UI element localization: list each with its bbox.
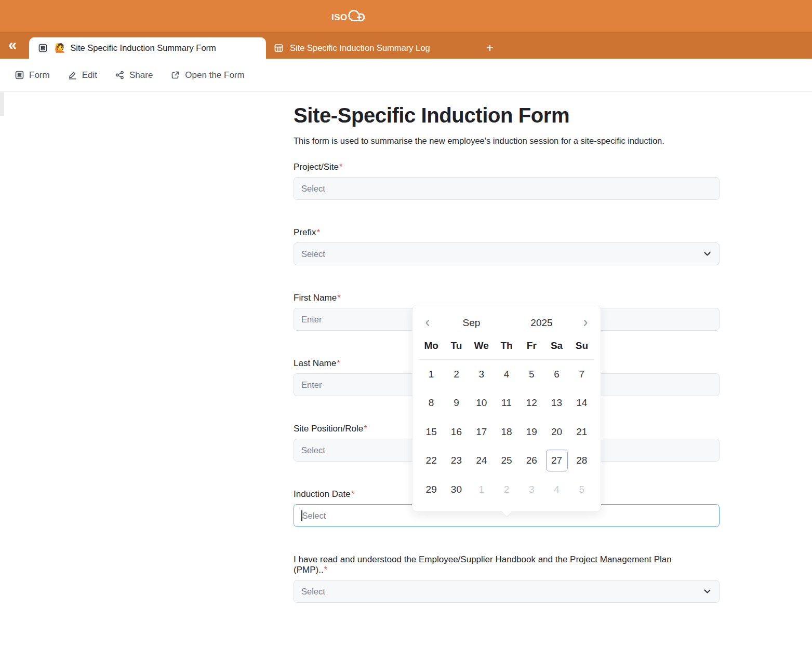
form-icon (15, 70, 24, 80)
tab-label: Site Specific Induction Summary Log (290, 43, 430, 53)
calendar-day[interactable]: 8 (419, 389, 444, 418)
page-title: Site-Specific Induction Form (294, 104, 720, 127)
calendar-month[interactable]: Sep (436, 317, 507, 329)
app-header: ISO (0, 0, 812, 32)
calendar-day[interactable]: 2 (494, 475, 519, 504)
calendar-day[interactable]: 21 (569, 417, 594, 447)
calendar-day[interactable]: 19 (519, 417, 544, 447)
calendar-day[interactable]: 4 (544, 475, 569, 504)
share-icon (115, 70, 125, 80)
form-view-button[interactable]: Form (15, 70, 50, 80)
field-prefix: Prefix*Select (294, 227, 720, 265)
chevron-down-icon (703, 587, 712, 596)
weekday-label: Tu (444, 339, 469, 353)
chevron-left-icon (423, 318, 432, 328)
field-label: Prefix* (294, 227, 678, 238)
calendar-day[interactable]: 6 (544, 360, 569, 389)
required-asterisk: * (337, 358, 340, 368)
weekday-label: Su (569, 339, 594, 353)
next-month-button[interactable] (577, 316, 594, 330)
required-asterisk: * (316, 227, 320, 237)
calendar-day[interactable]: 2 (444, 360, 469, 389)
handbook-confirmation-input[interactable]: Select (294, 580, 720, 603)
open-form-label: Open the Form (185, 70, 244, 80)
calendar-day[interactable]: 7 (569, 360, 594, 389)
tab-induction-summary-log[interactable]: Site Specific Induction Summary Log (266, 37, 430, 59)
prefix-input[interactable]: Select (294, 242, 720, 265)
tab-bar: « 🙋 Site Specific Induction Summary Form… (0, 32, 812, 59)
field-project-site: Project/Site*Select (294, 162, 720, 200)
calendar-day[interactable]: 18 (494, 417, 519, 447)
calendar-weekday-row: MoTuWeThFrSaSu (419, 339, 594, 353)
calendar-day[interactable]: 1 (419, 360, 444, 389)
calendar-day[interactable]: 1 (469, 475, 494, 504)
external-link-icon (170, 70, 180, 80)
calendar-day[interactable]: 14 (569, 389, 594, 418)
tab-induction-summary-form[interactable]: 🙋 Site Specific Induction Summary Form (29, 37, 266, 59)
app-window: ISO « 🙋 Site Specific Induction Summary … (0, 0, 812, 649)
calendar-day[interactable]: 17 (469, 417, 494, 447)
weekday-label: We (469, 339, 494, 353)
calendar-day[interactable]: 5 (519, 360, 544, 389)
form-icon (38, 43, 48, 53)
new-tab-button[interactable]: + (486, 38, 494, 57)
toolbar: Form Edit Share Open the Form (0, 59, 812, 92)
calendar-day[interactable]: 30 (444, 475, 469, 504)
calendar-day-selected[interactable]: 27 (544, 447, 569, 476)
logo-text: ISO (331, 12, 348, 23)
field-label: First Name* (294, 293, 678, 303)
calendar-day[interactable]: 9 (444, 389, 469, 418)
field-label: Project/Site* (294, 162, 678, 172)
calendar-header: Sep 2025 (419, 316, 594, 330)
calendar-day[interactable]: 23 (444, 447, 469, 476)
cloud-plus-icon (346, 7, 367, 24)
calendar-day[interactable]: 4 (494, 360, 519, 389)
required-asterisk: * (337, 293, 341, 303)
chevron-right-icon (581, 318, 590, 328)
calendar-day-grid: 1234567891011121314151617181920212223242… (419, 360, 594, 504)
calendar-day[interactable]: 11 (494, 389, 519, 418)
sidebar-collapsed-strip (0, 92, 4, 116)
edit-icon (68, 70, 77, 80)
field-label: I have read and understood the Employee/… (294, 555, 678, 575)
calendar-day[interactable]: 12 (519, 389, 544, 418)
share-button[interactable]: Share (115, 70, 153, 80)
date-picker-popup: Sep 2025 MoTuWeThFrSaSu 1234567891011121… (412, 305, 601, 512)
edit-button[interactable]: Edit (68, 70, 97, 80)
weekday-label: Fr (519, 339, 544, 353)
calendar-day[interactable]: 16 (444, 417, 469, 447)
form-description: This form is used to summarise the new e… (294, 134, 720, 148)
calendar-day[interactable]: 26 (519, 447, 544, 476)
required-asterisk: * (351, 489, 355, 499)
calendar-day[interactable]: 15 (419, 417, 444, 447)
calendar-year[interactable]: 2025 (507, 317, 577, 329)
tab-label: Site Specific Induction Summary Form (70, 43, 216, 53)
weekday-label: Th (494, 339, 519, 353)
field-handbook-confirmation: I have read and understood the Employee/… (294, 555, 720, 603)
project-site-input[interactable]: Select (294, 177, 720, 200)
required-asterisk: * (364, 424, 367, 434)
calendar-day[interactable]: 3 (519, 475, 544, 504)
calendar-day[interactable]: 13 (544, 389, 569, 418)
form-view-label: Form (29, 70, 50, 80)
calendar-day[interactable]: 24 (469, 447, 494, 476)
open-form-button[interactable]: Open the Form (170, 70, 244, 80)
calendar-day[interactable]: 28 (569, 447, 594, 476)
weekday-label: Mo (419, 339, 444, 353)
calendar-day[interactable]: 25 (494, 447, 519, 476)
previous-month-button[interactable] (419, 316, 436, 330)
weekday-label: Sa (544, 339, 569, 353)
calendar-day[interactable]: 20 (544, 417, 569, 447)
edit-label: Edit (82, 70, 97, 80)
calendar-day[interactable]: 3 (469, 360, 494, 389)
calendar-day[interactable]: 29 (419, 475, 444, 504)
raising-hand-emoji: 🙋 (55, 43, 65, 53)
share-label: Share (129, 70, 153, 80)
required-asterisk: * (324, 565, 328, 575)
required-asterisk: * (339, 162, 343, 172)
collapse-sidebar-icon[interactable]: « (8, 35, 17, 54)
calendar-day[interactable]: 10 (469, 389, 494, 418)
iso-cloud-logo: ISO (331, 7, 367, 24)
calendar-day[interactable]: 5 (569, 475, 594, 504)
calendar-day[interactable]: 22 (419, 447, 444, 476)
